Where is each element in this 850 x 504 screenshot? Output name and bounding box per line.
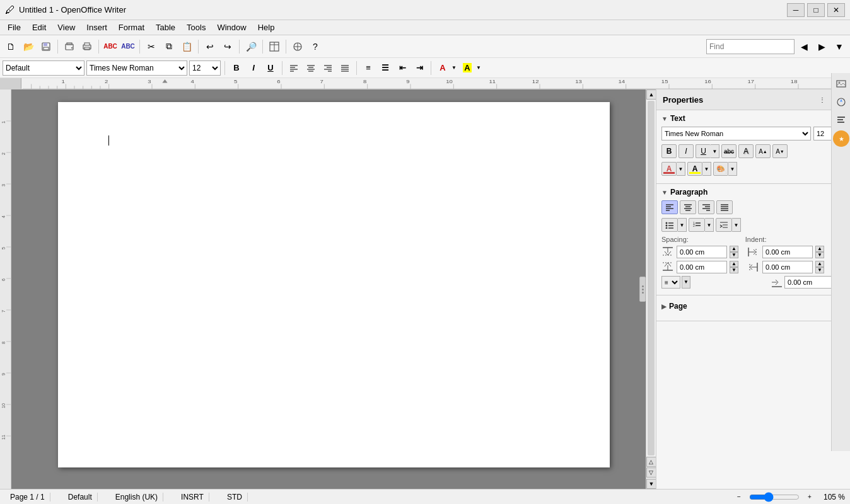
prop-underline-dropdown[interactable]: ▼ (711, 144, 719, 158)
para-align-center-button[interactable] (680, 200, 696, 214)
para-list-indent-button[interactable] (716, 218, 732, 232)
font-name-select[interactable]: Times New Roman (86, 60, 187, 76)
para-indent-dropdown[interactable]: ▼ (732, 218, 741, 232)
line-spacing-dropdown[interactable]: ▼ (682, 276, 690, 289)
print-button[interactable] (79, 38, 95, 55)
para-unordered-list-button[interactable] (661, 218, 678, 232)
line-spacing-select[interactable]: ≡ (661, 276, 680, 289)
spell-check-button[interactable]: ABC (102, 38, 119, 55)
menu-help[interactable]: Help (253, 21, 280, 33)
bold-button[interactable]: B (229, 60, 244, 76)
indent-before-input[interactable]: 0.00 cm (762, 246, 813, 258)
menu-format[interactable]: Format (114, 21, 149, 33)
spacing-above-input[interactable]: 0.00 cm (677, 246, 727, 258)
para-align-left-button[interactable] (661, 200, 678, 214)
menu-edit[interactable]: Edit (27, 21, 51, 33)
paragraph-style-select[interactable]: Default (3, 60, 84, 76)
help-button[interactable]: ? (307, 38, 323, 55)
underline-button[interactable]: U (263, 60, 278, 76)
prop-font-select[interactable]: Times New Roman (661, 127, 811, 140)
prop-highlight-button[interactable]: A (687, 162, 702, 176)
spacing-below-down[interactable]: ▼ (730, 267, 738, 273)
align-left-button[interactable] (286, 60, 301, 76)
find-prev-button[interactable]: ◀ (796, 38, 812, 55)
find-input[interactable] (706, 39, 795, 54)
prop-superscript-button[interactable]: A▲ (755, 144, 771, 158)
prop-background-color-button[interactable]: 🎨 (713, 162, 728, 176)
insert-mode[interactable]: INSRT (176, 493, 209, 501)
find-next-button[interactable]: ▶ (813, 38, 830, 55)
cut-button[interactable]: ✂ (143, 38, 160, 55)
find-toolbar-button[interactable]: 🔎 (243, 38, 259, 55)
indent-before-up[interactable]: ▲ (815, 246, 824, 252)
indent-before-down[interactable]: ▼ (815, 252, 824, 258)
styles-button[interactable] (833, 112, 849, 129)
navigator-button[interactable] (289, 38, 306, 55)
gallery-button[interactable] (833, 89, 849, 92)
find-options-button[interactable]: ▼ (831, 38, 847, 55)
align-right-button[interactable] (320, 60, 335, 76)
increase-indent-button[interactable]: ⇥ (412, 60, 427, 76)
prop-font-color-dropdown[interactable]: ▼ (677, 162, 685, 176)
indent-after-up[interactable]: ▲ (815, 261, 824, 267)
align-center-button[interactable] (303, 60, 318, 76)
prop-bold-button[interactable]: B (661, 144, 677, 158)
navigator-strip-button[interactable] (833, 94, 849, 110)
print-preview-button[interactable] (61, 38, 78, 55)
document-area[interactable]: ▲ △ ▽ ▼ (11, 89, 656, 489)
zoom-in-button[interactable]: + (803, 491, 816, 503)
spacing-below-input[interactable]: 0.00 cm (677, 261, 727, 273)
menu-table[interactable]: Table (151, 21, 180, 33)
indent-after-down[interactable]: ▼ (815, 267, 824, 273)
ordered-list-button[interactable]: ≡ (361, 60, 376, 76)
unordered-list-button[interactable]: ☰ (378, 60, 393, 76)
menu-tools[interactable]: Tools (182, 21, 211, 33)
copy-button[interactable]: ⧉ (161, 38, 177, 55)
close-button[interactable]: ✕ (827, 3, 845, 17)
spacing-above-down[interactable]: ▼ (730, 252, 738, 258)
maximize-button[interactable]: □ (807, 3, 825, 17)
prop-font-color-button[interactable]: A (661, 162, 677, 176)
prop-underline-button[interactable]: U (696, 144, 711, 158)
undo-button[interactable]: ↩ (202, 38, 218, 55)
prop-background-dropdown[interactable]: ▼ (728, 162, 737, 176)
scroll-down-button[interactable]: ▼ (646, 479, 656, 489)
scroll-page-down-button[interactable]: ▽ (646, 467, 656, 478)
align-justify-button[interactable] (337, 60, 352, 76)
zoom-slider[interactable] (749, 492, 800, 502)
para-align-right-button[interactable] (698, 200, 714, 214)
redo-button[interactable]: ↪ (219, 38, 236, 55)
menu-view[interactable]: View (52, 21, 80, 33)
para-justify-button[interactable] (716, 200, 733, 214)
indent-after-input[interactable]: 0.00 cm (762, 261, 813, 273)
prop-subscript-button[interactable]: A▼ (772, 144, 788, 158)
text-section-header[interactable]: ▼ Text ··· (661, 114, 845, 123)
para-list-dropdown[interactable]: ▼ (678, 218, 687, 232)
font-color-dropdown[interactable]: ▼ (450, 60, 458, 76)
panel-collapse-handle[interactable] (639, 277, 646, 302)
menu-insert[interactable]: Insert (81, 21, 112, 33)
menu-window[interactable]: Window (212, 21, 251, 33)
prop-highlight-dropdown[interactable]: ▼ (702, 162, 711, 176)
page-section-header[interactable]: ▶ Page ··· (661, 299, 845, 313)
minimize-button[interactable]: ─ (787, 3, 805, 17)
decrease-indent-button[interactable]: ⇤ (395, 60, 410, 76)
para-ordered-dropdown[interactable]: ▼ (705, 218, 714, 232)
paragraph-section-header[interactable]: ▼ Paragraph ··· (661, 188, 845, 197)
highlight-dropdown[interactable]: ▼ (475, 60, 482, 76)
first-line-indent-input[interactable]: 0.00 cm (784, 276, 835, 289)
autocorrect-button[interactable]: ABC (120, 38, 136, 55)
highlight-button[interactable]: A (460, 60, 475, 76)
paste-button[interactable]: 📋 (178, 38, 195, 55)
spacing-below-up[interactable]: ▲ (730, 261, 738, 267)
para-ordered-list-button[interactable]: 1.2. (689, 218, 705, 232)
scroll-page-up-button[interactable]: △ (646, 457, 656, 467)
prop-italic-button[interactable]: I (678, 144, 694, 158)
std-mode[interactable]: STD (222, 493, 248, 501)
open-button[interactable]: 📂 (20, 38, 37, 55)
italic-button[interactable]: I (246, 60, 261, 76)
menu-file[interactable]: File (3, 21, 26, 33)
new-button[interactable]: 🗋 (3, 38, 19, 55)
zoom-out-button[interactable]: − (733, 491, 745, 503)
spacing-above-up[interactable]: ▲ (730, 246, 738, 252)
